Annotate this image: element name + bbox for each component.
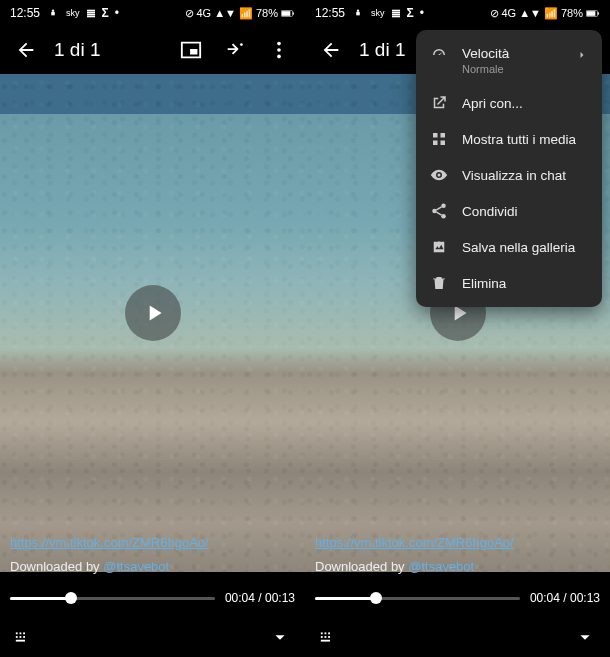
screenshot-viewer-menu-open: 12:55 sky ≣ Σ • ⊘ 4G ▲▼ 📶 78% 1 di 1 htt…: [305, 0, 610, 657]
media-counter: 1 di 1: [54, 39, 100, 61]
screenshot-viewer-normal: 12:55 sky ≣ Σ • ⊘ 4G ▲▼ 📶 78% 1 di 1: [0, 0, 305, 657]
more-button[interactable]: [259, 30, 299, 70]
svg-rect-1: [51, 12, 55, 15]
open-external-icon: [430, 94, 448, 112]
menu-view-in-chat[interactable]: Visualizza in chat: [416, 157, 602, 193]
collapse-icon[interactable]: [574, 626, 596, 648]
forward-button[interactable]: [215, 30, 255, 70]
svg-rect-31: [441, 141, 446, 146]
back-button[interactable]: [6, 30, 46, 70]
bot-handle[interactable]: @ttsavebot: [103, 559, 169, 574]
svg-point-6: [277, 42, 281, 46]
keyboard-icon[interactable]: [319, 626, 341, 648]
seek-bar[interactable]: [10, 597, 215, 600]
grid-icon: [430, 130, 448, 148]
svg-rect-28: [433, 133, 438, 138]
svg-rect-4: [293, 12, 294, 14]
pip-button[interactable]: [171, 30, 211, 70]
video-caption: https://vm.tiktok.com/ZMR6hgoAo/ Downloa…: [315, 533, 600, 577]
svg-rect-15: [16, 640, 25, 642]
chevron-right-icon: [576, 46, 588, 64]
svg-point-33: [432, 209, 437, 214]
video-surface[interactable]: [0, 74, 305, 572]
video-caption: https://vm.tiktok.com/ZMR6hgoAo/ Downloa…: [10, 533, 295, 577]
menu-speed-value: Normale: [462, 63, 509, 75]
battery-icon: [281, 10, 295, 17]
speedometer-icon: [430, 46, 448, 64]
svg-rect-9: [16, 632, 18, 634]
battery-pct: 78%: [256, 7, 278, 19]
svg-rect-19: [587, 11, 596, 16]
source-link[interactable]: https://vm.tiktok.com/ZMR6hgoAo/: [315, 533, 600, 553]
svg-rect-23: [328, 632, 330, 634]
source-link[interactable]: https://vm.tiktok.com/ZMR6hgoAo/: [10, 533, 295, 553]
svg-rect-14: [23, 636, 25, 638]
menu-save-gallery[interactable]: Salva nella galleria: [416, 229, 602, 265]
menu-speed[interactable]: Velocità Normale: [416, 36, 602, 85]
bottom-bar: [0, 617, 305, 657]
svg-point-5: [240, 43, 243, 46]
svg-point-7: [277, 48, 281, 52]
status-bar: 12:55 sky ≣ Σ • ⊘ 4G ▲▼ 📶 78%: [0, 0, 305, 26]
svg-rect-10: [20, 632, 22, 634]
svg-point-32: [441, 204, 446, 209]
eye-icon: [430, 166, 448, 184]
svg-rect-26: [328, 636, 330, 638]
svg-rect-29: [441, 133, 446, 138]
svg-point-34: [441, 214, 446, 219]
downloaded-by-line: Downloaded by @ttsavebot: [10, 557, 295, 577]
svg-rect-13: [20, 636, 22, 638]
time-display: 00:04 / 00:13: [530, 591, 600, 605]
svg-rect-11: [23, 632, 25, 634]
svg-point-0: [52, 10, 54, 12]
back-button[interactable]: [311, 30, 351, 70]
svg-point-8: [277, 55, 281, 59]
svg-rect-12: [16, 636, 18, 638]
share-icon: [430, 202, 448, 220]
overflow-menu: Velocità Normale Apri con... Mostra tutt…: [416, 30, 602, 307]
svg-rect-22: [325, 632, 327, 634]
media-counter: 1 di 1: [359, 39, 405, 61]
time-display: 00:04 / 00:13: [225, 591, 295, 605]
svg-rect-24: [321, 636, 323, 638]
keyboard-icon[interactable]: [14, 626, 36, 648]
menu-show-all-media[interactable]: Mostra tutti i media: [416, 121, 602, 157]
svg-rect-25: [325, 636, 327, 638]
save-image-icon: [430, 238, 448, 256]
bot-handle[interactable]: @ttsavebot: [408, 559, 474, 574]
svg-rect-17: [356, 12, 360, 15]
seek-bar-row: 00:04 / 00:13: [0, 583, 305, 613]
status-bar: 12:55 sky ≣ Σ • ⊘ 4G ▲▼ 📶 78%: [305, 0, 610, 26]
menu-share[interactable]: Condividi: [416, 193, 602, 229]
menu-delete[interactable]: Elimina: [416, 265, 602, 301]
play-button[interactable]: [125, 285, 181, 341]
play-icon: [141, 300, 167, 326]
net-label: 4G: [197, 7, 212, 19]
bottom-bar: [305, 617, 610, 657]
downloaded-by-line: Downloaded by @ttsavebot: [315, 557, 600, 577]
seek-bar[interactable]: [315, 597, 520, 600]
menu-open-with[interactable]: Apri con...: [416, 85, 602, 121]
seek-bar-row: 00:04 / 00:13: [305, 583, 610, 613]
svg-rect-21: [321, 632, 323, 634]
trash-icon: [430, 274, 448, 292]
notif-icon: [46, 6, 60, 20]
collapse-icon[interactable]: [269, 626, 291, 648]
svg-rect-20: [598, 12, 599, 14]
viewer-header: 1 di 1: [0, 26, 305, 74]
svg-rect-27: [321, 640, 330, 642]
svg-rect-3: [282, 11, 291, 16]
svg-point-16: [357, 10, 359, 12]
status-time: 12:55: [10, 6, 40, 20]
menu-speed-label: Velocità: [462, 46, 509, 61]
svg-rect-30: [433, 141, 438, 146]
